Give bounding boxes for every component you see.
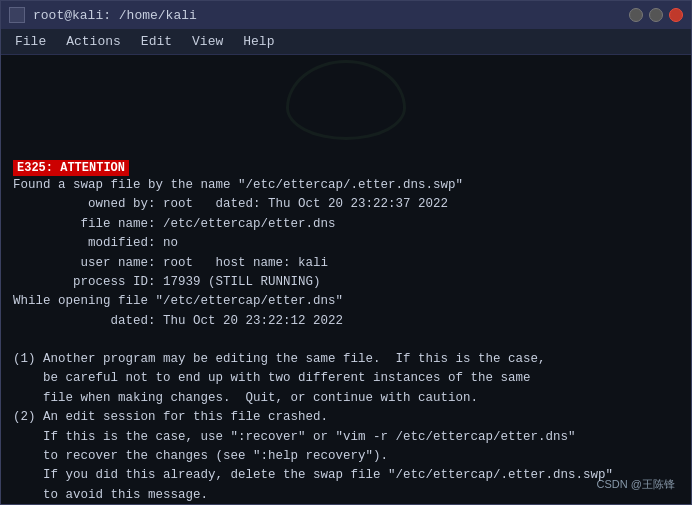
- terminal-line: (1) Another program may be editing the s…: [13, 350, 679, 369]
- menu-view[interactable]: View: [184, 32, 231, 51]
- terminal-line: to avoid this message.: [13, 486, 679, 504]
- attention-badge: E325: ATTENTION: [13, 160, 129, 176]
- terminal-line: Found a swap file by the name "/etc/ette…: [13, 176, 679, 195]
- menu-file[interactable]: File: [7, 32, 54, 51]
- terminal-line: user name: root host name: kali: [13, 254, 679, 273]
- terminal-line: file name: /etc/ettercap/etter.dns: [13, 215, 679, 234]
- close-button[interactable]: [669, 8, 683, 22]
- terminal-line: If you did this already, delete the swap…: [13, 466, 679, 485]
- menu-actions[interactable]: Actions: [58, 32, 129, 51]
- window-controls: [629, 8, 683, 22]
- empty-line: [13, 331, 679, 350]
- minimize-button[interactable]: [629, 8, 643, 22]
- terminal-window: root@kali: /home/kali File Actions Edit …: [0, 0, 692, 505]
- terminal-line: dated: Thu Oct 20 23:22:12 2022: [13, 312, 679, 331]
- terminal-line: If this is the case, use ":recover" or "…: [13, 428, 679, 447]
- menu-edit[interactable]: Edit: [133, 32, 180, 51]
- terminal-line: process ID: 17939 (STILL RUNNING): [13, 273, 679, 292]
- terminal-area[interactable]: E325: ATTENTION Found a swap file by the…: [1, 55, 691, 504]
- terminal-line: file when making changes. Quit, or conti…: [13, 389, 679, 408]
- terminal-line: be careful not to end up with two differ…: [13, 369, 679, 388]
- attention-line: E325: ATTENTION: [13, 158, 679, 176]
- terminal-line: owned by: root dated: Thu Oct 20 23:22:3…: [13, 195, 679, 214]
- window-icon: [9, 7, 25, 23]
- terminal-line: While opening file "/etc/ettercap/etter.…: [13, 292, 679, 311]
- window-title: root@kali: /home/kali: [33, 8, 197, 23]
- terminal-line: to recover the changes (see ":help recov…: [13, 447, 679, 466]
- menu-bar: File Actions Edit View Help: [1, 29, 691, 55]
- terminal-content: E325: ATTENTION Found a swap file by the…: [13, 63, 679, 504]
- terminal-line: modified: no: [13, 234, 679, 253]
- title-bar-left: root@kali: /home/kali: [9, 7, 197, 23]
- menu-help[interactable]: Help: [235, 32, 282, 51]
- maximize-button[interactable]: [649, 8, 663, 22]
- title-bar: root@kali: /home/kali: [1, 1, 691, 29]
- terminal-line: (2) An edit session for this file crashe…: [13, 408, 679, 427]
